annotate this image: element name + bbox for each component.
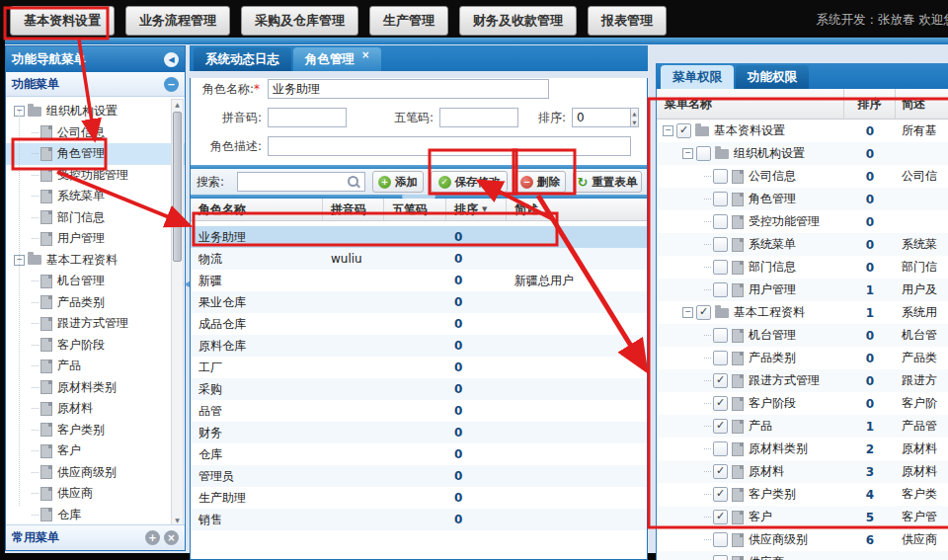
permission-tree-row[interactable]: 供应商级别6供应商 — [657, 528, 948, 551]
sidebar-item[interactable]: 供应商级别 — [6, 462, 185, 484]
permission-checkbox[interactable]: ✓ — [713, 419, 728, 434]
top-menu-item-2[interactable]: 采购及仓库管理 — [241, 6, 358, 36]
table-row[interactable]: 品管0 — [191, 400, 647, 422]
sort-input[interactable] — [573, 109, 630, 126]
toolbar-button-3[interactable]: ↻重置表单 — [573, 171, 642, 193]
tab-功能权限[interactable]: 功能权限 — [736, 65, 809, 89]
scroll-down-icon[interactable]: ▼ — [172, 517, 183, 523]
scroll-up-icon[interactable]: ▲ — [172, 101, 183, 108]
table-row[interactable]: 果业仓库0 — [191, 291, 647, 313]
permission-tree-row[interactable]: ✓原材料3原材料 — [657, 460, 948, 483]
collapse-section-icon[interactable]: − — [164, 77, 179, 92]
sidebar-item[interactable]: 跟进方式管理 — [6, 313, 185, 335]
permission-checkbox[interactable] — [713, 351, 728, 365]
sidebar-item[interactable]: 用户管理 — [6, 228, 185, 250]
permission-checkbox[interactable]: ✓ — [676, 123, 691, 138]
pinyin-input[interactable] — [268, 108, 347, 127]
search-input[interactable] — [237, 172, 365, 192]
sidebar-item[interactable]: 供应商 — [6, 483, 185, 505]
permission-tree-row[interactable]: ✓客户类别4客户类 — [657, 483, 948, 506]
permission-column-header-1[interactable]: 排序 — [844, 89, 896, 119]
table-row[interactable]: 财务0 — [191, 422, 647, 443]
toolbar-button-2[interactable]: −删除 — [514, 171, 566, 193]
top-menu-item-1[interactable]: 业务流程管理 — [125, 6, 230, 36]
permission-checkbox[interactable]: ✓ — [713, 510, 728, 524]
sidebar-item[interactable]: 产品类别 — [6, 292, 185, 314]
column-header-3[interactable]: 排序▼ — [446, 199, 507, 220]
permission-checkbox[interactable] — [713, 260, 728, 275]
column-header-0[interactable]: 角色名称 — [191, 199, 323, 220]
permission-tree-row[interactable]: 机台管理0机台管 — [657, 324, 948, 347]
permission-checkbox[interactable] — [713, 214, 728, 229]
permission-tree-row[interactable]: 受控功能管理0 — [657, 210, 948, 233]
sidebar-item[interactable]: 原材料类别 — [6, 377, 185, 399]
toolbar-button-0[interactable]: +添加 — [372, 171, 424, 193]
table-row[interactable]: 采购0 — [191, 378, 647, 400]
permission-checkbox[interactable]: ✓ — [696, 305, 711, 320]
tab-角色管理[interactable]: 角色管理× — [293, 47, 381, 71]
spin-down-icon[interactable]: ▼ — [631, 118, 638, 126]
tab-系统动态日志[interactable]: 系统动态日志 — [194, 47, 291, 71]
column-header-1[interactable]: 拼音码 — [323, 199, 384, 220]
sidebar-item[interactable]: 客户阶段 — [6, 335, 185, 357]
table-row[interactable]: 业务助理0 — [191, 226, 647, 248]
scrollbar-thumb[interactable] — [173, 112, 182, 262]
permission-tree-row[interactable]: 供应商 — [657, 551, 948, 560]
permission-tree-row[interactable]: 原材料类别2原材料 — [657, 438, 948, 460]
sidebar-item[interactable]: −组织机构设置 — [6, 101, 185, 122]
sidebar-item[interactable]: 机台管理 — [6, 271, 185, 292]
permission-checkbox[interactable]: ✓ — [713, 396, 728, 411]
permission-checkbox[interactable] — [713, 555, 728, 560]
table-row[interactable]: 原料仓库0 — [191, 335, 647, 357]
permission-tree-row[interactable]: 公司信息0公司信 — [657, 165, 948, 188]
permission-checkbox[interactable] — [696, 146, 711, 161]
tree-expander-icon[interactable]: − — [682, 307, 693, 318]
permission-checkbox[interactable] — [713, 282, 728, 297]
permission-checkbox[interactable]: ✓ — [713, 373, 728, 388]
column-header-4[interactable]: 简述 — [507, 199, 647, 220]
table-row[interactable]: 物流wuliu0 — [191, 248, 647, 270]
permission-tree-row[interactable]: 系统菜单0系统菜 — [657, 233, 948, 256]
table-row[interactable]: 生产助理0 — [191, 487, 647, 509]
column-header-2[interactable]: 五笔码 — [384, 199, 446, 220]
permission-tree-row[interactable]: ✓产品1产品管 — [657, 415, 948, 438]
sidebar-item[interactable]: 客户 — [6, 440, 185, 462]
tree-expander-icon[interactable]: − — [682, 148, 693, 159]
table-row[interactable]: 工厂0 — [191, 357, 647, 378]
table-row[interactable]: 成品仓库0 — [191, 313, 647, 335]
spin-up-icon[interactable]: ▲ — [631, 109, 638, 118]
role-desc-input[interactable] — [268, 136, 631, 156]
table-row[interactable]: 销售0 — [191, 509, 647, 530]
table-row[interactable]: 新疆0新疆总用户 — [191, 270, 647, 291]
permission-checkbox[interactable] — [713, 328, 728, 343]
top-menu-item-4[interactable]: 财务及收款管理 — [459, 6, 577, 36]
permission-checkbox[interactable] — [713, 237, 728, 252]
permission-tree-row[interactable]: 产品类别0产品类 — [657, 347, 948, 369]
sidebar-item[interactable]: 部门信息 — [6, 207, 185, 229]
top-menu-item-0[interactable]: 基本资料设置 — [10, 6, 115, 36]
remove-favorite-icon[interactable]: × — [164, 530, 179, 545]
sidebar-item[interactable]: 产品 — [6, 356, 185, 377]
close-tab-icon[interactable]: × — [361, 49, 369, 60]
permission-checkbox[interactable]: ✓ — [713, 487, 728, 502]
permission-tree-row[interactable]: −组织机构设置0 — [657, 142, 948, 165]
permission-checkbox[interactable] — [713, 192, 728, 206]
table-row[interactable]: 管理员0 — [191, 465, 647, 487]
tab-菜单权限[interactable]: 菜单权限 — [661, 65, 734, 89]
permission-tree-row[interactable]: −✓基本工程资料1系统用 — [657, 301, 948, 324]
permission-tree-row[interactable]: −✓基本资料设置0所有基 — [657, 120, 948, 142]
sidebar-item[interactable]: 受控功能管理 — [6, 165, 185, 187]
tree-expander-icon[interactable]: − — [663, 125, 673, 136]
permission-tree-row[interactable]: ✓跟进方式管理0跟进方 — [657, 369, 948, 392]
permission-checkbox[interactable]: ✓ — [713, 464, 728, 479]
top-menu-item-5[interactable]: 报表管理 — [588, 6, 667, 36]
sidebar-item[interactable]: −基本工程资料 — [6, 250, 185, 272]
sidebar-item[interactable]: 公司信息 — [6, 122, 185, 144]
sidebar-item[interactable]: 原材料 — [6, 398, 185, 420]
permission-tree-row[interactable]: 用户管理1用户及 — [657, 279, 948, 301]
permission-checkbox[interactable] — [713, 532, 728, 547]
sidebar-item[interactable]: 仓库 — [6, 505, 185, 526]
permission-checkbox[interactable] — [713, 441, 728, 456]
top-menu-item-3[interactable]: 生产管理 — [369, 6, 448, 36]
permission-tree-row[interactable]: 角色管理0 — [657, 188, 948, 210]
